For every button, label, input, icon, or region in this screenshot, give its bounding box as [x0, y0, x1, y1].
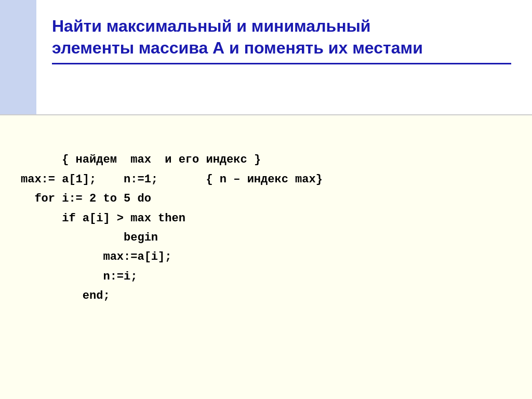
left-accent-bar: [0, 0, 36, 114]
title-line1: Найти максимальный и минимальный: [52, 17, 370, 35]
title-line2: элементы массива А и поменять их местами: [52, 38, 423, 57]
code-line8: end;: [21, 289, 110, 302]
code-line1: { найдем max и его индекс }: [62, 153, 261, 166]
code-line3: for i:= 2 to 5 do: [21, 192, 151, 205]
code-line5: begin: [21, 231, 158, 244]
code-line7: n:=i;: [21, 270, 137, 283]
top-section: Найти максимальный и минимальный элемент…: [0, 0, 532, 114]
slide-title: Найти максимальный и минимальный элемент…: [52, 16, 511, 64]
slide-container: Найти максимальный и минимальный элемент…: [0, 0, 532, 399]
code-line2: max:= a[1]; n:=1; { n – индекс max}: [21, 173, 323, 186]
code-section: { найдем max и его индекс } max:= a[1]; …: [0, 114, 532, 399]
title-area: Найти максимальный и минимальный элемент…: [36, 0, 532, 114]
code-line4: if a[i] > max then: [21, 212, 185, 225]
code-line6: max:=a[i];: [21, 250, 171, 263]
code-block: { найдем max и его индекс } max:= a[1]; …: [21, 131, 511, 325]
